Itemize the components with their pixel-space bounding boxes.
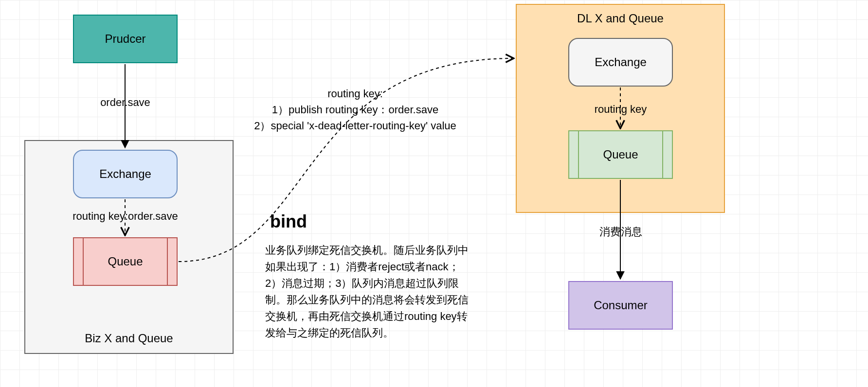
biz-container-label: Biz X and Queue	[25, 332, 233, 345]
dlx-exchange-node: Exchange	[568, 38, 673, 87]
producer-label: Prudcer	[105, 32, 145, 46]
producer-node: Prudcer	[73, 15, 178, 63]
bind-label: bind	[270, 211, 307, 232]
biz-exchange-node: Exchange	[73, 150, 178, 198]
dlx-queue-label: Queue	[603, 148, 638, 161]
routing-note: routing key: 1）publish routing key：order…	[241, 86, 470, 134]
dlx-container-label: DL X and Queue	[517, 12, 724, 25]
diagram-canvas: Biz X and Queue DL X and Queue Prudcer E…	[0, 0, 868, 387]
consumer-node: Consumer	[568, 281, 673, 330]
consume-label: 消费消息	[568, 225, 673, 239]
biz-exchange-label: Exchange	[99, 167, 151, 181]
description-text: 业务队列绑定死信交换机。随后业务队列中如果出现了：1）消费者reject或者na…	[265, 242, 474, 342]
biz-queue-label: Queue	[108, 255, 143, 268]
dlx-exchange-label: Exchange	[595, 55, 647, 69]
dlx-routing-key-label: routing key	[568, 103, 673, 116]
consumer-label: Consumer	[594, 299, 648, 312]
biz-routing-key-label: routing key:order.save	[54, 210, 197, 223]
biz-queue-node: Queue	[73, 237, 178, 286]
dlx-queue-node: Queue	[568, 130, 673, 179]
order-save-label: order.save	[73, 96, 178, 109]
